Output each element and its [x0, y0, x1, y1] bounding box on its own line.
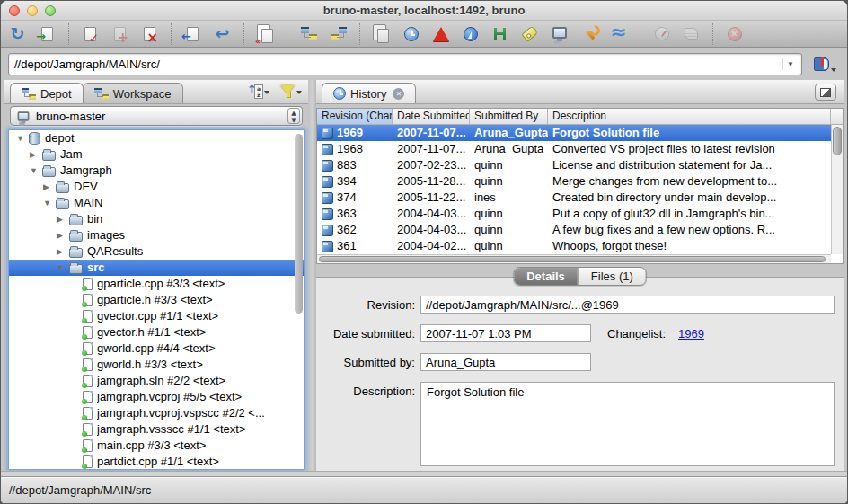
tree-item-gvector.cpp[interactable]: gvector.cpp #1/1 <text>	[9, 308, 304, 324]
time-lapse-view-button[interactable]	[399, 22, 423, 46]
tree-item-jamgraph.vcproj[interactable]: jamgraph.vcproj #5/5 <text>	[9, 389, 304, 405]
address-dropdown-arrow[interactable]: ▼	[782, 58, 798, 70]
expand-arrow-icon[interactable]: ▶	[57, 211, 69, 227]
submitted-by-field[interactable]: Aruna_Gupta	[420, 353, 591, 371]
tree-item-gparticle.h[interactable]: gparticle.h #3/3 <text>	[9, 292, 304, 308]
zoom-window-button[interactable]	[45, 5, 56, 16]
tree-item-depot[interactable]: ▼depot	[9, 130, 304, 146]
collapse-arrow-icon[interactable]: ▼	[30, 163, 42, 179]
branch-view-button[interactable]	[488, 22, 512, 46]
vertical-splitter[interactable]	[308, 80, 316, 471]
expand-arrow-icon[interactable]: ▶	[57, 227, 69, 243]
address-path[interactable]: //depot/Jamgraph/MAIN/src/	[14, 57, 782, 71]
folder-icon	[42, 167, 56, 177]
workspace-selector[interactable]: bruno-master ▲ ▼	[10, 106, 303, 126]
tab-details[interactable]: Details	[514, 268, 578, 285]
history-row-1968[interactable]: 19682007-11-07...Aruna_GuptaConverted VS…	[317, 141, 831, 157]
tab-files[interactable]: Files (1)	[578, 268, 646, 285]
collapse-arrow-icon[interactable]: ▼	[16, 130, 29, 146]
checkout-button[interactable]	[78, 22, 102, 46]
tree-item-jamgraph[interactable]: ▼Jamgraph	[9, 163, 304, 179]
file-icon	[83, 358, 93, 371]
duplicate-button[interactable]	[369, 22, 393, 46]
tree-item-gworld.h[interactable]: gworld.h #3/3 <text>	[9, 357, 304, 373]
date-submitted-field[interactable]: 2007-11-07 1:03 PM	[420, 324, 591, 342]
minimize-window-button[interactable]	[27, 5, 38, 16]
revert-button[interactable]	[210, 22, 234, 46]
history-row-1969[interactable]: 19692007-11-07...Aruna_GuptaForgot Solut…	[317, 125, 831, 141]
tree-item-partdict.cpp[interactable]: partdict.cpp #1/1 <text>	[9, 454, 304, 470]
pane-layout-button[interactable]	[815, 84, 836, 101]
history-row-883[interactable]: 8832007-02-23...quinnLicense and distrib…	[317, 157, 831, 173]
history-row-361[interactable]: 3612004-04-02...quinnWhoops, forgot thes…	[317, 238, 831, 254]
tree-scrollbar-thumb[interactable]	[295, 134, 303, 314]
collapse-arrow-icon[interactable]: ▼	[57, 260, 69, 276]
changelist-link[interactable]: 1969	[678, 327, 704, 340]
expand-arrow-icon[interactable]: ▶	[30, 146, 42, 163]
column-header-description[interactable]: Description	[548, 109, 831, 124]
depot-icon	[29, 132, 40, 145]
tree-item-main.cpp[interactable]: main.cpp #3/3 <text>	[9, 438, 304, 454]
merge-tool-button[interactable]	[458, 22, 482, 46]
collapse-arrow-icon[interactable]: ▼	[43, 195, 56, 211]
revision-graph-button[interactable]	[428, 22, 453, 46]
revision-field[interactable]: //depot/Jamgraph/MAIN/src/...@1969	[420, 296, 835, 314]
close-tab-icon[interactable]	[393, 88, 404, 100]
tree-item-images[interactable]: ▶images	[9, 227, 304, 243]
history-row-394[interactable]: 3942005-11-28...quinnMerge changes from …	[317, 173, 831, 190]
toolbar-separator	[68, 23, 69, 45]
column-header-revision[interactable]: Revision (Char ▼	[317, 109, 393, 124]
stepper-control[interactable]: ▲ ▼	[287, 108, 300, 124]
expand-arrow-icon[interactable]: ▶	[57, 243, 69, 260]
date-submitted-cell: 2005-11-22...	[393, 190, 470, 206]
tab-depot[interactable]: Depot	[10, 83, 84, 103]
workspace-icon	[552, 27, 567, 39]
dashboard-icon	[655, 27, 669, 40]
history-vertical-scrollbar[interactable]	[831, 125, 843, 254]
tree-item-qaresults[interactable]: ▶QAResults	[9, 243, 304, 260]
tab-history[interactable]: History	[322, 83, 416, 103]
diff-button[interactable]	[253, 22, 278, 46]
column-header-submitted-by[interactable]: Submitted By	[470, 109, 548, 124]
description-cell: Converted VS project files to latest rev…	[548, 141, 831, 157]
close-window-button[interactable]	[9, 5, 20, 16]
tree-item-jam[interactable]: ▶Jam	[9, 146, 304, 163]
label-button[interactable]	[517, 22, 542, 46]
refresh-button[interactable]	[5, 22, 30, 46]
tree-item-dev[interactable]: ▶DEV	[9, 179, 304, 195]
expand-arrow-icon[interactable]: ▶	[43, 179, 56, 195]
tree-item-gparticle.cpp[interactable]: gparticle.cpp #3/3 <text>	[9, 276, 304, 292]
history-vertical-scrollbar-thumb[interactable]	[833, 127, 842, 155]
administration-button[interactable]	[577, 22, 601, 46]
tree-item-bin[interactable]: ▶bin	[9, 211, 304, 227]
workspace-button[interactable]	[547, 22, 571, 46]
tree-item-src[interactable]: ▼src	[9, 260, 304, 276]
submit-button[interactable]	[181, 22, 205, 46]
tree-item-jamgraph.vcproj.vspscc[interactable]: jamgraph.vcproj.vspscc #2/2 <...	[9, 405, 304, 421]
branch-mapping-button[interactable]	[296, 22, 321, 46]
bookmarks-button[interactable]	[809, 52, 840, 75]
tree-item-gworld.cpp[interactable]: gworld.cpp #4/4 <text>	[9, 340, 304, 357]
history-horizontal-scrollbar[interactable]	[317, 254, 831, 263]
description-field[interactable]: Forgot Solution file	[420, 382, 835, 466]
tree-item-main[interactable]: ▼MAIN	[9, 195, 304, 211]
revision-graph-icon	[433, 27, 449, 41]
history-row-374[interactable]: 3742005-11-22...inesCreated bin director…	[317, 190, 831, 206]
tab-workspace[interactable]: Workspace	[83, 83, 183, 103]
address-bar[interactable]: //depot/Jamgraph/MAIN/src/ ▼	[8, 53, 802, 75]
history-row-363[interactable]: 3632004-04-03...quinnPut a copy of glut3…	[317, 206, 831, 222]
tree-item-jamgraph.sln[interactable]: jamgraph.sln #2/2 <text>	[9, 373, 304, 389]
tree-item-label: MAIN	[74, 195, 103, 211]
integrate-button[interactable]	[326, 22, 350, 46]
get-latest-revision-button[interactable]	[35, 22, 59, 46]
activity-log-icon	[685, 28, 698, 40]
history-horizontal-scrollbar-thumb[interactable]	[319, 256, 826, 262]
tree-item-gvector.h[interactable]: gvector.h #1/1 <text>	[9, 324, 304, 340]
tree-item-jamgraph.vssscc[interactable]: jamgraph.vssscc #1/1 <text>	[9, 421, 304, 438]
column-header-date[interactable]: Date Submitted	[393, 109, 470, 124]
mark-for-delete-button[interactable]	[137, 22, 162, 46]
sort-options-button[interactable]	[247, 84, 270, 99]
history-row-362[interactable]: 3622004-04-03...quinnA few bug fixes and…	[317, 222, 831, 238]
streams-button[interactable]	[606, 22, 631, 46]
filter-button[interactable]	[279, 84, 303, 99]
